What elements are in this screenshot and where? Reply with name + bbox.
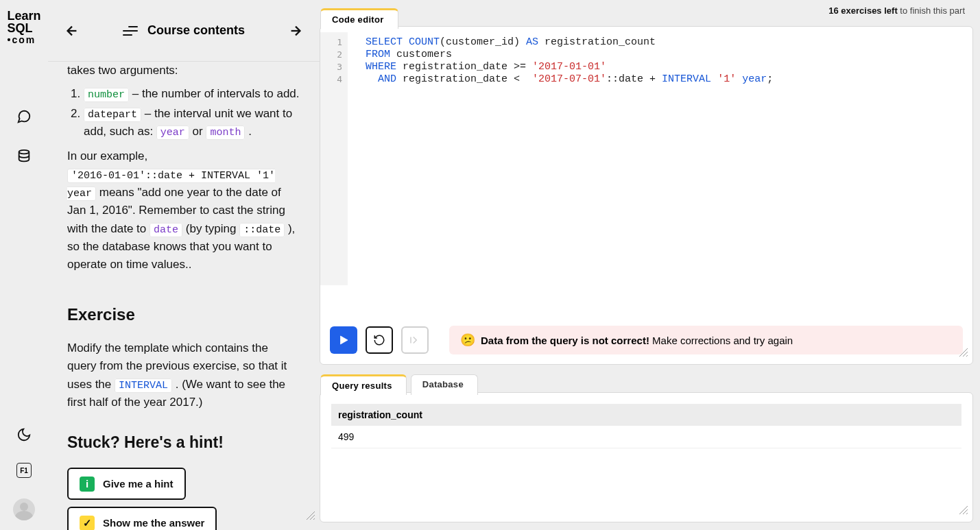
code-datepart: datepart [84, 108, 141, 122]
contents-menu-icon[interactable] [123, 26, 138, 36]
code-editor[interactable]: 1 2 3 4 SELECT COUNT(customer_id) AS reg… [320, 27, 972, 291]
results-table: registration_count 499 [331, 404, 961, 448]
argument-list: number – the number of intervals to add.… [84, 85, 300, 141]
feedback-rest: Make corrections and try again [649, 335, 793, 346]
lesson-resize-handle[interactable] [306, 508, 315, 526]
hint-heading: Stuck? Here's a hint! [67, 431, 300, 455]
feedback-bold: Data from the query is not correct! [481, 335, 649, 346]
left-rail: Learn SQL •com F1 [0, 0, 48, 530]
editor-resize-handle[interactable] [959, 348, 968, 360]
logo[interactable]: Learn SQL •com [7, 10, 40, 45]
example-paragraph: In our example, '2016-01-01'::date + INT… [67, 147, 300, 274]
lesson-header: Course contents [48, 0, 320, 62]
code-cast: ::date [239, 223, 285, 237]
logo-line3: •com [7, 35, 40, 45]
show-answer-label: Show me the answer [103, 515, 204, 530]
avatar[interactable] [13, 498, 35, 520]
code-date: date [150, 223, 182, 237]
exercise-body: Modify the template which contains the q… [67, 339, 300, 411]
course-contents-title[interactable]: Course contents [147, 23, 245, 38]
exercises-count: 16 exercises left [828, 5, 897, 16]
exercises-left: 16 exercises left to finish this part [828, 5, 965, 16]
tab-query-results[interactable]: Query results [320, 374, 407, 395]
hint-icon: i [80, 477, 95, 492]
feedback-banner: 😕 Data from the query is not correct! Ma… [449, 326, 963, 354]
prev-arrow-icon[interactable] [64, 23, 80, 38]
give-hint-button[interactable]: i Give me a hint [67, 468, 186, 500]
database-icon[interactable] [16, 149, 32, 164]
results-panel: Query results Database registration_coun… [320, 392, 973, 522]
lesson-panel: Course contents takes two arguments: num… [48, 0, 320, 530]
argument-item-1: number – the number of intervals to add. [84, 85, 300, 103]
chat-icon[interactable] [16, 109, 32, 124]
logo-line2: SQL [7, 22, 40, 34]
reset-button[interactable] [366, 326, 393, 354]
code-interval: INTERVAL [115, 378, 172, 393]
results-resize-handle[interactable] [959, 505, 968, 518]
next-arrow-icon[interactable] [288, 23, 303, 38]
tab-database[interactable]: Database [411, 374, 478, 395]
code-number: number [84, 88, 129, 102]
col-header: registration_count [331, 404, 961, 426]
show-answer-button[interactable]: ✓ Show me the answer [67, 507, 217, 530]
answer-icon: ✓ [80, 516, 95, 530]
lesson-body: takes two arguments: number – the number… [48, 62, 320, 530]
skip-button[interactable] [401, 326, 429, 354]
svg-marker-1 [341, 336, 348, 344]
argument-item-2: datepart – the interval unit we want to … [84, 105, 300, 141]
svg-point-0 [19, 150, 29, 154]
logo-line1: Learn [7, 10, 40, 22]
give-hint-label: Give me a hint [103, 476, 174, 492]
feedback-emoji-icon: 😕 [460, 333, 475, 348]
lesson-intro: takes two arguments: [67, 62, 300, 80]
moon-icon[interactable] [16, 427, 32, 442]
right-area: 16 exercises left to finish this part Co… [320, 0, 980, 530]
run-bar: 😕 Data from the query is not correct! Ma… [330, 326, 963, 354]
line-gutter: 1 2 3 4 [320, 32, 348, 285]
results-tabs: Query results Database [320, 374, 478, 395]
code-area[interactable]: SELECT COUNT(customer_id) AS registratio… [348, 32, 972, 285]
help-f1-button[interactable]: F1 [16, 463, 32, 478]
editor-tabs: Code editor [320, 8, 398, 29]
cell-value: 499 [331, 426, 961, 448]
code-month: month [206, 125, 245, 140]
exercise-heading: Exercise [67, 302, 300, 327]
tab-code-editor[interactable]: Code editor [320, 8, 398, 29]
code-year: year [156, 125, 189, 140]
table-row: 499 [331, 426, 961, 448]
code-editor-panel: Code editor 1 2 3 4 SELECT COUNT(custome… [320, 26, 973, 365]
run-button[interactable] [330, 326, 357, 354]
